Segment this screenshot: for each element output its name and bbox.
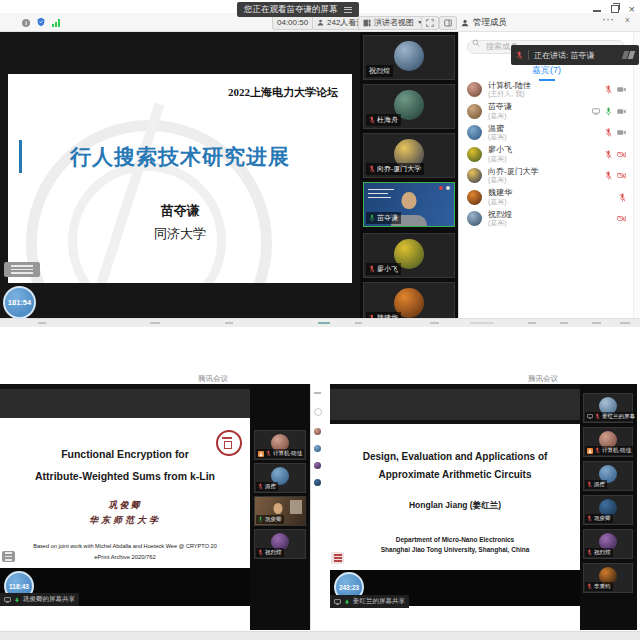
participant-role: (嘉宾) xyxy=(488,112,586,120)
participant-name: 苗夺谦 xyxy=(488,102,586,112)
thumbnail-name-label: 李秉钧 xyxy=(585,582,613,591)
camera-off-icon xyxy=(617,172,626,179)
minimize-button[interactable] xyxy=(593,10,601,12)
participant-row[interactable]: 魏建华 (嘉宾) xyxy=(459,187,634,209)
thumbnail-name-label: 巩俊卿 xyxy=(256,515,284,524)
mic-muted-icon xyxy=(258,483,263,490)
participant-row[interactable]: 计算机-陆佳 (主持人, 我) xyxy=(459,79,634,101)
avatar xyxy=(314,445,321,452)
video-thumbnail[interactable]: 祝烈煌 xyxy=(583,529,633,559)
video-thumbnail[interactable]: 计算机-陆佳 xyxy=(583,427,633,457)
meeting-timer-chip[interactable]: 04:00:50 xyxy=(272,16,313,30)
more-button[interactable]: ··· xyxy=(603,15,615,25)
taskbar-strip xyxy=(0,318,640,327)
video-thumbnail[interactable]: 姜红兰的屏幕共享 xyxy=(583,393,633,423)
video-thumbnail[interactable]: 温蜜 xyxy=(254,463,306,493)
camera-icon xyxy=(617,86,626,93)
slide-affiliation: 同济大学 xyxy=(8,225,352,243)
video-thumbnail[interactable]: 温蜜 xyxy=(583,461,633,491)
video-thumbnail[interactable]: 魏建华 xyxy=(363,282,455,318)
grid-view-icon xyxy=(363,19,371,27)
screen-share-icon xyxy=(334,599,341,605)
share-label-text: 巩俊卿的屏幕共享 xyxy=(23,595,75,604)
video-thumbnail[interactable]: 苗夺谦 xyxy=(363,182,455,227)
restore-button[interactable] xyxy=(611,5,619,13)
divider xyxy=(528,50,529,60)
toast-menu-icon[interactable] xyxy=(344,7,352,13)
participant-row[interactable]: 廖小飞 (嘉宾) xyxy=(459,144,634,166)
video-thumbnail[interactable]: 杜海舟 xyxy=(363,84,455,129)
slide-affiliation: 华东师范大学 xyxy=(0,514,250,527)
video-thumbnail[interactable]: 巩俊卿 xyxy=(583,495,633,525)
panel-scrollbar[interactable] xyxy=(633,31,640,318)
camera-icon xyxy=(617,129,626,136)
view-mode-label: 演讲者视图 xyxy=(374,17,414,28)
video-thumbnail[interactable]: 祝烈煌 xyxy=(363,35,455,80)
video-thumbnail[interactable]: 向乔-厦门大学 xyxy=(363,133,455,178)
avatar xyxy=(467,211,482,226)
video-thumbnail[interactable]: 廖小飞 xyxy=(363,233,455,278)
slide-note1: Based on joint work with Michel Abdalla … xyxy=(0,543,250,549)
participant-role: (嘉宾) xyxy=(488,133,599,141)
avatar xyxy=(467,82,482,97)
mic-muted-icon xyxy=(587,515,592,522)
fullscreen-button[interactable] xyxy=(421,16,439,30)
participant-row[interactable]: 苗夺谦 (嘉宾) xyxy=(459,101,634,123)
watching-screen-toast: 您正在观看苗夺谦的屏幕 xyxy=(237,2,359,17)
forum-header: 2022上海电力大学论坛 xyxy=(228,85,338,100)
search-icon xyxy=(472,39,480,47)
mic-muted-icon xyxy=(266,450,271,457)
panel-header-controls: ··· × xyxy=(603,15,630,25)
mic-on-icon xyxy=(605,107,612,116)
speaker-face xyxy=(402,192,417,209)
thumbnail-name: 巩俊卿 xyxy=(265,516,282,523)
mic-muted-icon xyxy=(369,116,375,124)
mic-muted-icon xyxy=(369,165,375,173)
duration-badge[interactable]: 181:54 xyxy=(3,286,36,319)
slide-title-line1: Functional Encryption for xyxy=(0,448,250,460)
thumbnail-name: 姜红兰的屏幕共享 xyxy=(602,413,635,420)
speaking-toast-text: 正在讲话: 苗夺谦 xyxy=(534,50,594,61)
host-badge-icon xyxy=(587,448,593,454)
thumbnail-name: 巩俊卿 xyxy=(594,515,611,522)
meeting-timer: 04:00:50 xyxy=(277,18,308,27)
side-panel-toggle[interactable] xyxy=(439,16,457,30)
presentation-slide: Functional Encryption for Attribute-Weig… xyxy=(0,418,250,568)
thumbnail-name: 祝烈煌 xyxy=(369,66,390,76)
participant-role: (嘉宾) xyxy=(488,198,613,206)
participant-row[interactable]: 温蜜 (嘉宾) xyxy=(459,122,634,144)
panel-close-button[interactable]: × xyxy=(625,15,630,25)
thumbnail-name-label: 祝烈煌 xyxy=(585,548,613,557)
slide-title-line1: Design, Evaluation and Applications of xyxy=(330,451,580,462)
mic-muted-icon xyxy=(516,51,523,60)
avatar xyxy=(394,41,424,71)
video-thumbnail[interactable]: 祝烈煌 xyxy=(254,529,306,559)
info-icon: i xyxy=(22,19,30,27)
collapsed-menu-button[interactable] xyxy=(4,262,40,277)
video-thumbnail[interactable]: 巩俊卿 xyxy=(254,496,306,526)
view-mode-selector[interactable]: 演讲者视图 xyxy=(358,16,427,30)
participant-name: 计算机-陆佳 xyxy=(488,81,599,91)
collapsed-menu-button[interactable] xyxy=(331,552,344,564)
watching-toast-text: 您正在观看苗夺谦的屏幕 xyxy=(244,4,338,16)
video-thumbnail[interactable]: 李秉钧 xyxy=(583,563,633,593)
status-dot-icon xyxy=(446,186,450,190)
slide-title: 行人搜索技术研究进展 xyxy=(8,143,352,171)
camera-off-icon xyxy=(617,151,626,158)
participant-role: (主持人, 我) xyxy=(488,90,599,98)
thumbnail-name-label: 祝烈煌 xyxy=(366,65,393,77)
thumbnail-name-label: 廖小飞 xyxy=(366,263,401,275)
avatar xyxy=(314,479,321,486)
mic-muted-icon xyxy=(619,193,626,202)
collapsed-menu-button[interactable] xyxy=(2,551,15,562)
thumbnail-name: 温蜜 xyxy=(594,481,605,488)
thumbnail-name-label: 杜海舟 xyxy=(366,114,401,126)
participant-row[interactable]: 向乔-厦门大学 (嘉宾) xyxy=(459,165,634,187)
participant-row[interactable]: 祝烈煌 (嘉宾) xyxy=(459,208,634,230)
slide-department: Department of Micro-Nano Electronics xyxy=(330,536,580,543)
presentation-slide: 2022上海电力大学论坛 行人搜索技术研究进展 苗夺谦 同济大学 xyxy=(8,74,352,283)
video-thumbnail[interactable]: 计算机-陆佳 xyxy=(254,430,306,460)
avatar xyxy=(467,147,482,162)
participant-name: 祝烈煌 xyxy=(488,210,611,220)
screen-share-icon xyxy=(4,597,11,603)
